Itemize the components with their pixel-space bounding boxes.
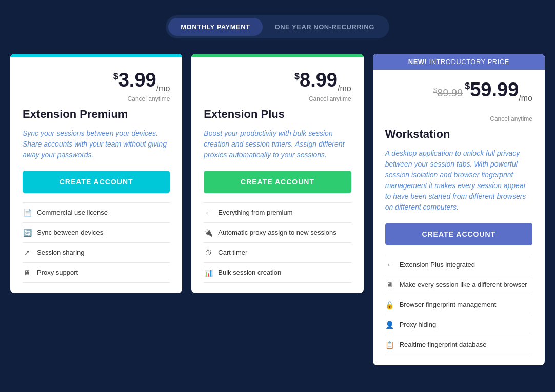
list-item: ↗ Session sharing bbox=[23, 243, 170, 263]
bulk-icon: 📊 bbox=[204, 268, 213, 277]
fingerprint-icon: 🔒 bbox=[385, 300, 394, 310]
plus-cancel-text: Cancel anytime bbox=[204, 95, 351, 102]
plus-description: Boost your productivity with bulk sessio… bbox=[204, 128, 351, 160]
premium-cta-button[interactable]: CREATE ACCOUNT bbox=[23, 171, 170, 193]
list-item: ← Everything from premium bbox=[204, 203, 351, 223]
list-item: 🔌 Automatic proxy assign to new sessions bbox=[204, 223, 351, 243]
list-item: ← Extension Plus integrated bbox=[385, 255, 532, 275]
list-item: 🖥 Make every session like a different br… bbox=[385, 275, 532, 295]
proxy-auto-icon: 🔌 bbox=[204, 228, 213, 237]
browser-icon: 🖥 bbox=[385, 280, 394, 290]
plus-card-body: $8.99/mo Cancel anytime Extension Plus B… bbox=[191, 57, 363, 293]
database-icon: 📋 bbox=[385, 340, 394, 349]
list-item: 🔒 Browser fingerprint management bbox=[385, 295, 532, 315]
premium-plan-name: Extension Premium bbox=[23, 108, 170, 121]
workstation-plan-name: Workstation bbox=[385, 128, 532, 141]
list-item: 📄 Commercial use license bbox=[23, 203, 170, 223]
premium-card-body: $3.99/mo Cancel anytime Extension Premiu… bbox=[10, 57, 182, 293]
list-item: 👤 Proxy hiding bbox=[385, 315, 532, 335]
workstation-old-price: $89.99 bbox=[433, 87, 463, 98]
extension-plus-card: $8.99/mo Cancel anytime Extension Plus B… bbox=[191, 54, 363, 293]
proxy-hide-icon: 👤 bbox=[385, 320, 394, 329]
arrow-left-icon: ← bbox=[204, 208, 213, 217]
list-item: 📋 Realtime fingerprint database bbox=[385, 335, 532, 355]
share-icon: ↗ bbox=[23, 248, 32, 257]
list-item: 🔄 Sync between devices bbox=[23, 223, 170, 243]
workstation-features: ← Extension Plus integrated 🖥 Make every… bbox=[385, 255, 532, 355]
workstation-new-price: $59.99/mo bbox=[465, 79, 532, 100]
extension-premium-card: $3.99/mo Cancel anytime Extension Premiu… bbox=[10, 54, 182, 293]
plus-plan-name: Extension Plus bbox=[204, 108, 351, 121]
list-item: ⏱ Cart timer bbox=[204, 243, 351, 263]
workstation-card-body: Cancel anytime Workstation A desktop app… bbox=[373, 103, 545, 365]
workstation-card: NEW! INTRODUCTORY PRICE $89.99$59.99/mo … bbox=[373, 54, 545, 365]
billing-toggle: MONTHLY PAYMENT ONE YEAR NON-RECURRING bbox=[166, 15, 389, 38]
premium-price: $3.99/mo bbox=[113, 69, 170, 91]
document-icon: 📄 bbox=[23, 208, 32, 217]
plus-cta-button[interactable]: CREATE ACCOUNT bbox=[204, 171, 351, 193]
premium-description: Sync your sessions between your devices.… bbox=[23, 128, 170, 160]
premium-cancel-text: Cancel anytime bbox=[23, 95, 170, 102]
arrow-left-icon: ← bbox=[385, 260, 394, 270]
workstation-cta-button[interactable]: CREATE ACCOUNT bbox=[385, 223, 532, 245]
workstation-badge: NEW! INTRODUCTORY PRICE bbox=[373, 54, 545, 70]
workstation-description: A desktop application to unlock full pri… bbox=[385, 148, 532, 213]
annual-toggle-btn[interactable]: ONE YEAR NON-RECURRING bbox=[263, 18, 387, 36]
list-item: 🖥 Proxy support bbox=[23, 263, 170, 283]
plus-price: $8.99/mo bbox=[294, 69, 351, 91]
premium-features: 📄 Commercial use license 🔄 Sync between … bbox=[23, 202, 170, 283]
timer-icon: ⏱ bbox=[204, 248, 213, 257]
sync-icon: 🔄 bbox=[23, 228, 32, 237]
pricing-cards: $3.99/mo Cancel anytime Extension Premiu… bbox=[10, 54, 545, 365]
premium-price-area: $3.99/mo bbox=[23, 69, 170, 93]
plus-features: ← Everything from premium 🔌 Automatic pr… bbox=[204, 202, 351, 283]
workstation-price-area: $89.99$59.99/mo bbox=[373, 70, 545, 103]
plus-price-area: $8.99/mo bbox=[204, 69, 351, 93]
proxy-icon: 🖥 bbox=[23, 268, 32, 277]
list-item: 📊 Bulk session creation bbox=[204, 263, 351, 283]
workstation-cancel-text: Cancel anytime bbox=[385, 115, 532, 122]
monthly-toggle-btn[interactable]: MONTHLY PAYMENT bbox=[168, 18, 262, 36]
